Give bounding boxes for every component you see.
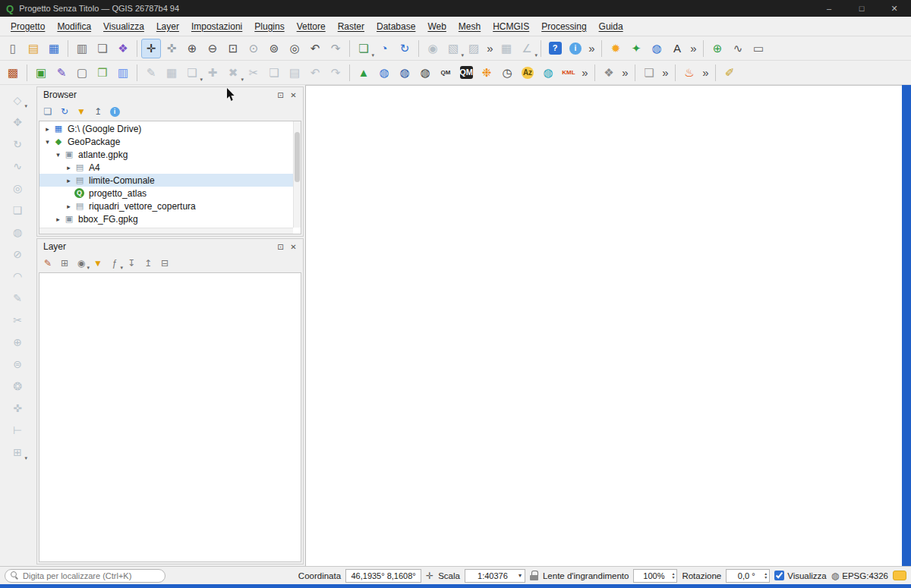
- browser-item-riquadri-vettore-copertura[interactable]: ▸▤riquadri_vettore_copertura: [39, 200, 293, 212]
- tree-expander-icon[interactable]: ▾: [43, 138, 52, 146]
- toolbar-extension-5-icon[interactable]: »: [619, 63, 631, 83]
- locator-search[interactable]: [5, 569, 165, 583]
- browser-add-layers-icon[interactable]: ❏: [40, 104, 55, 119]
- browser-item-atlante-gpkg[interactable]: ▾▣atlante.gpkg: [39, 148, 293, 161]
- menu-impostazioni[interactable]: Impostazioni: [185, 18, 248, 35]
- new-map-view-icon[interactable]: ❏▾: [354, 39, 374, 58]
- scale-dropdown-icon[interactable]: ▾: [518, 572, 522, 579]
- metasearch-icon[interactable]: i: [566, 39, 585, 58]
- locator-input[interactable]: [23, 571, 159, 580]
- kml-tools-icon[interactable]: KML: [559, 63, 578, 83]
- crs-indicator[interactable]: ◍ EPSG:4326: [831, 571, 888, 581]
- layers-list-area[interactable]: [39, 272, 301, 562]
- browser-item-a4[interactable]: ▸▤A4: [39, 161, 293, 174]
- style-manager-icon[interactable]: ❖: [113, 39, 133, 58]
- merge-attributes-icon[interactable]: ⊜: [8, 355, 27, 373]
- zoom-out-icon[interactable]: ⊖: [203, 39, 222, 58]
- data-source-manager-icon[interactable]: ▩: [3, 63, 23, 83]
- rotate-feature-icon[interactable]: ↻: [8, 135, 27, 153]
- magnifier-spinbox[interactable]: ▴▾: [633, 569, 677, 583]
- orange-tool-icon[interactable]: ❉: [477, 63, 496, 83]
- new-shapefile-icon[interactable]: ✎: [52, 63, 71, 83]
- spin-down-icon[interactable]: ▾: [672, 576, 674, 580]
- manage-map-themes-icon[interactable]: ◉▾: [74, 256, 89, 271]
- pan-map-icon[interactable]: ✛: [141, 39, 161, 58]
- deselect-features-icon[interactable]: ▨: [464, 39, 484, 58]
- maximize-button[interactable]: □: [848, 0, 875, 17]
- tree-expander-icon[interactable]: ▸: [64, 203, 74, 210]
- tree-expander-icon[interactable]: ▸: [53, 215, 63, 223]
- trim-extend-icon[interactable]: ⊢: [8, 421, 27, 439]
- remove-layer-icon[interactable]: ⊟: [157, 256, 172, 271]
- layout-manager-icon[interactable]: ❏: [93, 39, 112, 58]
- measure-icon[interactable]: ∠▾: [517, 39, 537, 58]
- toolbar-extension-4-icon[interactable]: »: [579, 63, 591, 83]
- new-virtual-layer-icon[interactable]: ▥: [113, 63, 133, 83]
- sketch-pencil-icon[interactable]: ✐: [720, 63, 739, 83]
- paste-features-icon[interactable]: ▤: [285, 63, 304, 83]
- messages-icon[interactable]: [893, 571, 906, 580]
- add-group-icon[interactable]: ⊞: [57, 256, 72, 271]
- layers-float-button[interactable]: ⊡: [274, 243, 287, 251]
- refresh-map-icon[interactable]: ↻: [395, 39, 415, 58]
- help-contents-icon[interactable]: ?: [545, 39, 565, 58]
- toolbar-extension-7-icon[interactable]: »: [700, 63, 711, 83]
- scale-combobox[interactable]: ▾: [465, 569, 525, 583]
- rotation-input[interactable]: [729, 571, 764, 580]
- open-attribute-table-icon[interactable]: ▦: [496, 39, 516, 58]
- split-features-icon[interactable]: ✂: [8, 311, 27, 329]
- browser-horizontal-scrollbar[interactable]: [39, 228, 293, 234]
- simplify-feature-icon[interactable]: ∿: [8, 157, 27, 175]
- dropdown-arrow-icon[interactable]: ▾: [534, 52, 537, 58]
- new-geopackage-icon[interactable]: ▣: [31, 63, 51, 83]
- share-plugin-icon[interactable]: ✦: [626, 39, 646, 58]
- browser-collapse-all-icon[interactable]: ↥: [90, 104, 106, 119]
- menu-guida[interactable]: Guida: [593, 18, 629, 35]
- render-checkbox[interactable]: [774, 571, 784, 580]
- vertex-tool-icon[interactable]: ◇▾: [8, 91, 27, 109]
- flame-tool-icon[interactable]: ♨: [679, 63, 699, 83]
- tree-expander-icon[interactable]: ▸: [43, 125, 52, 133]
- new-temporary-layer-icon[interactable]: ❒: [93, 63, 112, 83]
- current-edits-icon[interactable]: ❏▾: [182, 63, 202, 83]
- dropdown-arrow-icon[interactable]: ▾: [87, 265, 90, 271]
- project-new-icon[interactable]: ▯: [3, 39, 23, 58]
- offset-curve-icon[interactable]: ◠: [8, 267, 27, 285]
- open-layer-styling-icon[interactable]: ✎: [40, 256, 55, 271]
- cyan-globe-icon[interactable]: ◍: [538, 63, 558, 83]
- dropdown-arrow-icon[interactable]: ▾: [24, 455, 27, 461]
- rotation-spinbox[interactable]: ▴▾: [726, 569, 770, 583]
- plugin-puzzle-icon[interactable]: ❖: [599, 63, 619, 83]
- web-globe-icon[interactable]: ◍: [647, 39, 667, 58]
- misc-tool-icon[interactable]: ❏: [639, 63, 659, 83]
- browser-close-button[interactable]: ✕: [287, 91, 300, 99]
- browser-item-limite-comunale[interactable]: ▸▤limite-Comunale: [39, 174, 293, 187]
- toolbar-extension-6-icon[interactable]: »: [660, 63, 671, 83]
- filter-by-expression-icon[interactable]: ƒ▾: [107, 256, 122, 271]
- menu-visualizza[interactable]: Visualizza: [97, 18, 150, 35]
- project-open-icon[interactable]: ▤: [24, 39, 43, 58]
- zoom-next-icon[interactable]: ↷: [326, 39, 345, 58]
- menu-hcmgis[interactable]: HCMGIS: [487, 18, 535, 35]
- search-binoculars-icon[interactable]: ◍: [415, 63, 435, 83]
- dropdown-arrow-icon[interactable]: ▾: [120, 265, 123, 271]
- close-button[interactable]: ✕: [881, 0, 908, 17]
- reshape-features-icon[interactable]: ✎: [8, 289, 27, 307]
- browser-refresh-icon[interactable]: ↻: [57, 104, 72, 119]
- plugin-sun-icon[interactable]: ✹: [606, 39, 626, 58]
- menu-plugins[interactable]: Plugins: [248, 18, 290, 35]
- project-save-icon[interactable]: ▦: [44, 39, 64, 58]
- browser-filter-icon[interactable]: ▼: [74, 104, 89, 119]
- move-feature-icon[interactable]: ✥: [8, 113, 27, 131]
- temporal-clock-icon[interactable]: ◷: [497, 63, 517, 83]
- tree-expander-icon[interactable]: ▾: [53, 151, 63, 159]
- menu-mesh[interactable]: Mesh: [452, 18, 487, 35]
- menu-processing[interactable]: Processing: [535, 18, 592, 35]
- coordinate-input[interactable]: [348, 571, 418, 580]
- menu-database[interactable]: Database: [370, 18, 421, 35]
- menu-progetto[interactable]: Progetto: [5, 18, 51, 35]
- delete-ring-icon[interactable]: ⊘: [8, 245, 27, 263]
- delete-selected-icon[interactable]: ✖▾: [223, 63, 243, 83]
- toolbar-extension-1-icon[interactable]: »: [484, 39, 496, 58]
- menu-layer[interactable]: Layer: [150, 18, 185, 35]
